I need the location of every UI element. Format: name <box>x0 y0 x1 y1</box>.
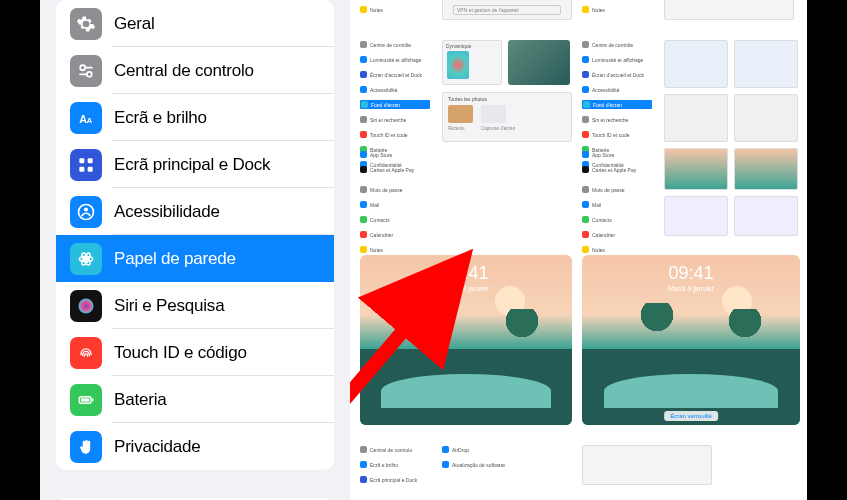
thumbnail-row: Notes <box>582 245 652 254</box>
svg-rect-6 <box>79 158 84 163</box>
thumbnail-row: Mail <box>582 200 652 209</box>
svg-rect-18 <box>92 398 94 401</box>
svg-point-11 <box>84 207 88 211</box>
thumbnail-row: Touch ID et code <box>582 130 652 139</box>
lock-time: 09:41 <box>360 263 572 284</box>
thumbnail-row: Mail <box>360 200 430 209</box>
lock-date: Mardi 9 janvier <box>360 285 572 292</box>
flower-icon <box>70 243 102 275</box>
photos-section: Toutes les photos <box>448 96 487 102</box>
gear-icon <box>70 8 102 40</box>
thumbnail-row: Accessibilité <box>582 85 652 94</box>
settings-group-device: GeralCentral de controloAAEcrã e brilhoE… <box>56 0 334 470</box>
settings-row-label: Bateria <box>114 390 166 410</box>
svg-point-10 <box>79 204 94 219</box>
settings-row-gear[interactable]: Geral <box>56 0 334 47</box>
siri-icon <box>70 290 102 322</box>
svg-point-2 <box>87 71 92 76</box>
settings-row-flower[interactable]: Papel de parede <box>56 235 334 282</box>
thumbnail-row: Atualização de software <box>442 460 514 469</box>
thumbnail-row: Siri et recherche <box>582 115 652 124</box>
thumbnail-row: App Store <box>582 150 652 159</box>
thumbnail-row: Contacts <box>360 215 430 224</box>
settings-row-person[interactable]: Acessibilidade <box>56 188 334 235</box>
svg-rect-8 <box>79 166 84 171</box>
thumbnail-row: AirDrop <box>442 445 514 454</box>
thumbnail-row: Cartes et Apple Pay <box>360 165 430 174</box>
settings-row-label: Papel de parede <box>114 249 236 269</box>
controls-icon <box>70 55 102 87</box>
wallpaper-preview-lock[interactable]: 09:41 Mardi 9 janvier <box>360 255 572 425</box>
thumbnail-row: Touch ID et code <box>360 130 430 139</box>
settings-row-label: Acessibilidade <box>114 202 220 222</box>
hand-icon <box>70 431 102 463</box>
thumbnail-row: Contacts <box>582 215 652 224</box>
settings-row-hand[interactable]: Privacidade <box>56 423 334 470</box>
settings-row-label: Ecrã principal e Dock <box>114 155 270 175</box>
thumbnail-row: Notes <box>360 5 432 14</box>
settings-row-label: Touch ID e código <box>114 343 247 363</box>
svg-point-16 <box>79 298 94 313</box>
settings-row-siri[interactable]: Siri e Pesquisa <box>56 282 334 329</box>
svg-rect-7 <box>88 158 93 163</box>
thumbnail-row: Luminosité et affichage <box>582 55 652 64</box>
svg-rect-19 <box>81 398 89 401</box>
battery-icon <box>70 384 102 416</box>
settings-row-label: Privacidade <box>114 437 201 457</box>
thumbnail-row: Notes <box>582 5 654 14</box>
thumbnail-row: Écran d'accueil et Dock <box>360 70 430 79</box>
person-icon <box>70 196 102 228</box>
svg-point-0 <box>80 65 85 70</box>
thumbnail-row: Centre de contrôle <box>582 40 652 49</box>
thumbnail-row: Mots de passe <box>582 185 652 194</box>
wallpaper-preview-home[interactable]: 09:41 Mardi 9 janvier Écran verrouillé <box>582 255 800 425</box>
thumbnail-row: Siri et recherche <box>360 115 430 124</box>
thumbnail-row: App Store <box>360 150 430 159</box>
thumbnail-row: Fond d'écran <box>360 100 430 109</box>
thumbnail-row: Mots de passe <box>360 185 430 194</box>
vpn-row[interactable]: VPN et gestion de l'appareil <box>453 5 561 15</box>
thumbnail-row: Accessibilité <box>360 85 430 94</box>
settings-row-aa[interactable]: AAEcrã e brilho <box>56 94 334 141</box>
lock-badge: Écran verrouillé <box>664 411 718 421</box>
thumbnail-row: Ecrã principal e Dock <box>360 475 432 484</box>
settings-row-fingerprint[interactable]: Touch ID e código <box>56 329 334 376</box>
svg-rect-9 <box>88 166 93 171</box>
thumbnail-row: Centre de contrôle <box>360 40 430 49</box>
settings-row-label: Ecrã e brilho <box>114 108 207 128</box>
grid-icon <box>70 149 102 181</box>
wallpaper-content: ContactsNotes VPN et gestion de l'appare… <box>350 0 807 500</box>
settings-row-battery[interactable]: Bateria <box>56 376 334 423</box>
thumbnail-row: Ecrã e brilho <box>360 460 432 469</box>
thumbnail-row: Calendrier <box>360 230 430 239</box>
thumbnail-row: Central de controlo <box>360 445 432 454</box>
settings-sidebar: GeralCentral de controloAAEcrã e brilhoE… <box>40 0 350 500</box>
thumbnail-row: Luminosité et affichage <box>360 55 430 64</box>
fingerprint-icon <box>70 337 102 369</box>
svg-text:A: A <box>87 116 93 125</box>
settings-row-label: Siri e Pesquisa <box>114 296 224 316</box>
aa-icon: AA <box>70 102 102 134</box>
thumbnail-row: Cartes et Apple Pay <box>582 165 652 174</box>
dynamique-label: Dynamique <box>446 43 471 49</box>
settings-row-grid[interactable]: Ecrã principal e Dock <box>56 141 334 188</box>
thumbnail-row: Calendrier <box>582 230 652 239</box>
settings-row-label: Geral <box>114 14 155 34</box>
thumbnail-row: Fond d'écran <box>582 100 652 109</box>
settings-row-controls[interactable]: Central de controlo <box>56 47 334 94</box>
thumbnail-row: Notes <box>360 245 430 254</box>
thumbnail-row: Écran d'accueil et Dock <box>582 70 652 79</box>
settings-row-label: Central de controlo <box>114 61 254 81</box>
